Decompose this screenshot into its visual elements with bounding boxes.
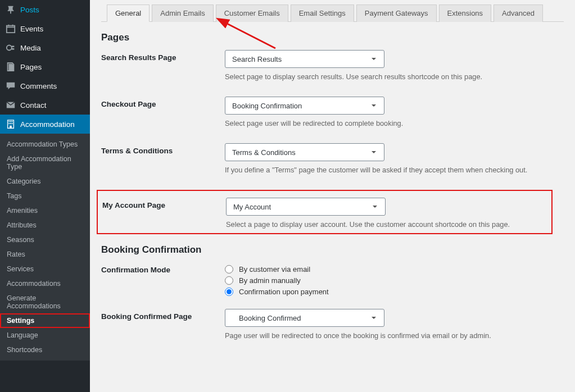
- select-value: Terms & Conditions: [232, 148, 296, 157]
- row-my-account-page: My Account Page My Account Select a page…: [102, 198, 548, 229]
- sidebar-sub-rates[interactable]: Rates: [0, 247, 90, 262]
- sidebar-sub-generate-accommodations[interactable]: Generate Accommodations: [0, 291, 90, 313]
- field-label: Confirmation Mode: [101, 262, 225, 274]
- radio-input[interactable]: [225, 276, 233, 285]
- chevron-down-icon: [370, 102, 377, 109]
- sidebar-sub-language[interactable]: Language: [0, 328, 90, 343]
- tab-customer-emails[interactable]: Customer Emails: [216, 4, 288, 22]
- sidebar-item-posts[interactable]: Posts: [0, 0, 90, 19]
- media-icon: [6, 43, 16, 53]
- settings-tabs: General Admin Emails Customer Emails Ema…: [107, 4, 564, 22]
- checkout-page-select[interactable]: Booking Confirmation: [225, 97, 384, 115]
- radio-by-admin-manually[interactable]: By admin manually: [225, 276, 564, 285]
- sidebar-item-events[interactable]: Events: [0, 19, 90, 38]
- field-label: My Account Page: [102, 198, 226, 209]
- field-help: Page user will be redirected to once the…: [225, 331, 564, 340]
- row-search-results-page: Search Results Page Search Results Selec…: [101, 50, 564, 81]
- my-account-page-select[interactable]: My Account: [226, 198, 386, 216]
- field-label: Booking Confirmed Page: [101, 309, 225, 321]
- svg-rect-1: [12, 25, 13, 26]
- field-help: If you define a "Terms" page the custome…: [225, 166, 564, 174]
- field-label: Terms & Conditions: [101, 143, 225, 155]
- building-icon: [6, 119, 16, 129]
- row-terms-conditions: Terms & Conditions Terms & Conditions If…: [101, 143, 564, 174]
- chevron-down-icon: [370, 149, 377, 156]
- sidebar-sub-add-accommodation-type[interactable]: Add Accommodation Type: [0, 152, 90, 174]
- row-confirmation-mode: Confirmation Mode By customer via email …: [101, 262, 564, 299]
- svg-rect-4: [10, 121, 11, 122]
- booking-confirmed-page-select[interactable]: Booking Confirmed: [225, 309, 384, 327]
- sidebar-sub-amenities[interactable]: Amenities: [0, 203, 90, 218]
- highlight-my-account: My Account Page My Account Select a page…: [97, 190, 553, 234]
- tab-payment-gateways[interactable]: Payment Gateways: [356, 4, 437, 22]
- row-booking-confirmed-page: Booking Confirmed Page Booking Confirmed…: [101, 309, 564, 340]
- field-label: Checkout Page: [101, 97, 225, 108]
- sidebar-sub-shortcodes[interactable]: Shortcodes: [0, 343, 90, 357]
- page-icon: [6, 62, 16, 72]
- tab-general[interactable]: General: [107, 4, 150, 22]
- radio-label: By customer via email: [239, 265, 310, 274]
- sidebar-item-label: Contact: [20, 101, 47, 110]
- sidebar-item-accommodation[interactable]: Accommodation: [0, 115, 90, 134]
- svg-rect-5: [12, 121, 13, 122]
- sidebar-sub-seasons[interactable]: Seasons: [0, 233, 90, 247]
- chevron-down-icon: [370, 314, 377, 321]
- radio-label: By admin manually: [239, 276, 301, 285]
- sidebar-item-label: Pages: [20, 63, 42, 71]
- sidebar-item-contact[interactable]: Contact: [0, 95, 90, 115]
- svg-rect-9: [10, 126, 12, 129]
- mail-icon: [6, 100, 16, 110]
- radio-by-customer-email[interactable]: By customer via email: [225, 265, 564, 274]
- sidebar-sub-services[interactable]: Services: [0, 262, 90, 276]
- select-value: Booking Confirmed: [239, 314, 301, 322]
- sidebar-item-pages[interactable]: Pages: [0, 57, 90, 76]
- field-help: Select page user will be redirected to c…: [225, 119, 564, 127]
- radio-input[interactable]: [225, 265, 233, 274]
- svg-rect-8: [12, 123, 13, 124]
- sidebar-item-media[interactable]: Media: [0, 38, 90, 57]
- radio-input[interactable]: [225, 288, 233, 296]
- svg-rect-6: [8, 123, 10, 124]
- chevron-down-icon: [372, 203, 378, 210]
- tab-extensions[interactable]: Extensions: [439, 4, 492, 22]
- tab-advanced[interactable]: Advanced: [493, 4, 543, 22]
- svg-rect-3: [8, 121, 10, 122]
- sidebar-item-label: Events: [20, 25, 43, 33]
- sidebar-submenu: Accommodation Types Add Accommodation Ty…: [0, 134, 90, 361]
- radio-label: Confirmation upon payment: [239, 288, 329, 296]
- svg-point-2: [7, 45, 12, 51]
- row-checkout-page: Checkout Page Booking Confirmation Selec…: [101, 97, 564, 127]
- settings-content: General Admin Emails Customer Emails Ema…: [90, 0, 575, 392]
- select-value: Booking Confirmation: [232, 102, 302, 110]
- select-value: Search Results: [232, 55, 282, 63]
- pin-icon: [6, 4, 16, 15]
- svg-rect-7: [10, 123, 11, 124]
- sidebar-sub-accommodation-types[interactable]: Accommodation Types: [0, 137, 90, 152]
- sidebar-item-comments[interactable]: Comments: [0, 76, 90, 95]
- chevron-down-icon: [370, 56, 377, 62]
- sidebar-item-label: Media: [20, 44, 41, 52]
- field-help: Select a page to display user account. U…: [226, 220, 548, 229]
- sidebar-sub-categories[interactable]: Categories: [0, 174, 90, 189]
- radio-upon-payment[interactable]: Confirmation upon payment: [225, 288, 564, 296]
- comment-icon: [6, 81, 16, 91]
- search-results-page-select[interactable]: Search Results: [225, 50, 384, 68]
- sidebar-sub-settings[interactable]: Settings: [0, 313, 90, 328]
- sidebar-item-label: Comments: [20, 82, 57, 90]
- sidebar-item-label: Accommodation: [20, 120, 75, 129]
- sidebar-sub-attributes[interactable]: Attributes: [0, 218, 90, 233]
- wp-admin-sidebar: Posts Events Media Pages Comments Contac…: [0, 0, 90, 392]
- field-help: Select page to display search results. U…: [225, 72, 564, 81]
- terms-conditions-select[interactable]: Terms & Conditions: [225, 143, 384, 161]
- field-label: Search Results Page: [101, 50, 225, 62]
- sidebar-sub-tags[interactable]: Tags: [0, 189, 90, 203]
- calendar-icon: [6, 24, 16, 34]
- sidebar-item-label: Posts: [20, 6, 39, 14]
- select-value: My Account: [233, 203, 271, 211]
- tab-email-settings[interactable]: Email Settings: [291, 4, 354, 22]
- section-title-pages: Pages: [101, 32, 564, 43]
- sidebar-sub-accommodations[interactable]: Accommodations: [0, 276, 90, 291]
- svg-rect-0: [8, 25, 10, 26]
- section-title-booking-confirmation: Booking Confirmation: [101, 244, 564, 256]
- tab-admin-emails[interactable]: Admin Emails: [152, 4, 213, 22]
